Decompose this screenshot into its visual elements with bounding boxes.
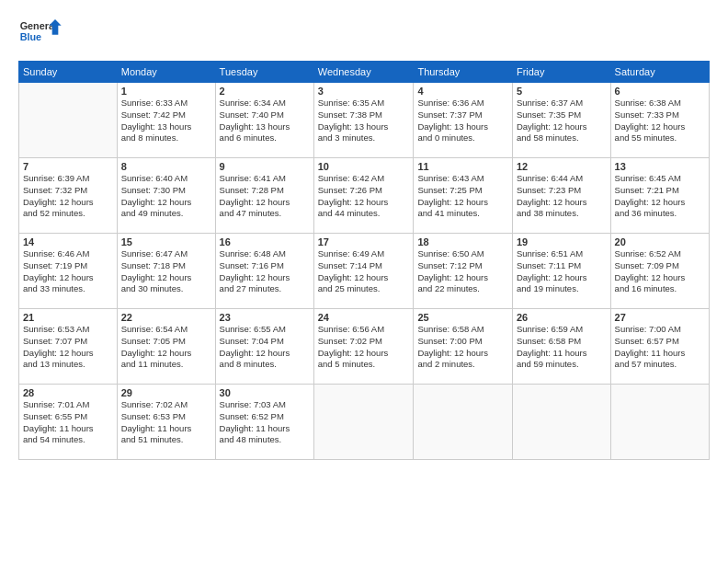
- calendar-cell: 29Sunrise: 7:02 AMSunset: 6:53 PMDayligh…: [117, 385, 215, 460]
- day-info: Sunrise: 6:43 AMSunset: 7:25 PMDaylight:…: [417, 173, 508, 220]
- calendar-cell: 10Sunrise: 6:42 AMSunset: 7:26 PMDayligh…: [313, 158, 414, 234]
- calendar-cell: 23Sunrise: 6:55 AMSunset: 7:04 PMDayligh…: [215, 309, 313, 385]
- svg-text:Blue: Blue: [20, 31, 41, 42]
- day-number: 12: [517, 161, 607, 172]
- calendar-cell: [512, 385, 610, 460]
- day-number: 5: [517, 86, 607, 97]
- calendar-cell: 28Sunrise: 7:01 AMSunset: 6:55 PMDayligh…: [19, 385, 118, 460]
- day-info: Sunrise: 6:48 AMSunset: 7:16 PMDaylight:…: [220, 248, 310, 295]
- header-thursday: Thursday: [414, 62, 513, 83]
- day-number: 25: [417, 312, 508, 323]
- day-number: 18: [417, 236, 508, 247]
- day-info: Sunrise: 6:54 AMSunset: 7:05 PMDaylight:…: [121, 324, 211, 371]
- day-number: 17: [318, 236, 410, 247]
- day-number: 20: [615, 236, 705, 247]
- day-number: 4: [417, 86, 508, 97]
- header-tuesday: Tuesday: [215, 62, 313, 83]
- day-number: 23: [220, 312, 310, 323]
- day-info: Sunrise: 6:40 AMSunset: 7:30 PMDaylight:…: [121, 173, 211, 220]
- calendar-cell: 1Sunrise: 6:33 AMSunset: 7:42 PMDaylight…: [117, 83, 215, 158]
- calendar-cell: 26Sunrise: 6:59 AMSunset: 6:58 PMDayligh…: [512, 309, 610, 385]
- calendar-cell: 6Sunrise: 6:38 AMSunset: 7:33 PMDaylight…: [610, 83, 709, 158]
- day-number: 28: [23, 387, 113, 398]
- day-number: 27: [615, 312, 705, 323]
- day-info: Sunrise: 6:51 AMSunset: 7:11 PMDaylight:…: [517, 248, 607, 295]
- header-saturday: Saturday: [610, 62, 709, 83]
- day-info: Sunrise: 6:53 AMSunset: 7:07 PMDaylight:…: [23, 324, 113, 371]
- calendar-cell: 8Sunrise: 6:40 AMSunset: 7:30 PMDaylight…: [117, 158, 215, 234]
- day-number: 9: [220, 161, 310, 172]
- day-info: Sunrise: 6:49 AMSunset: 7:14 PMDaylight:…: [318, 248, 410, 295]
- calendar-cell: 25Sunrise: 6:58 AMSunset: 7:00 PMDayligh…: [414, 309, 513, 385]
- calendar-cell: [610, 385, 709, 460]
- calendar-cell: 18Sunrise: 6:50 AMSunset: 7:12 PMDayligh…: [414, 234, 513, 309]
- day-number: 15: [121, 236, 211, 247]
- day-info: Sunrise: 6:36 AMSunset: 7:37 PMDaylight:…: [417, 98, 508, 144]
- day-number: 6: [615, 86, 705, 97]
- calendar-cell: 21Sunrise: 6:53 AMSunset: 7:07 PMDayligh…: [19, 309, 118, 385]
- calendar-cell: 2Sunrise: 6:34 AMSunset: 7:40 PMDaylight…: [215, 83, 313, 158]
- day-info: Sunrise: 6:52 AMSunset: 7:09 PMDaylight:…: [615, 248, 705, 295]
- calendar-cell: 4Sunrise: 6:36 AMSunset: 7:37 PMDaylight…: [414, 83, 513, 158]
- week-row-5: 28Sunrise: 7:01 AMSunset: 6:55 PMDayligh…: [19, 385, 710, 460]
- day-info: Sunrise: 6:44 AMSunset: 7:23 PMDaylight:…: [517, 173, 607, 220]
- day-info: Sunrise: 7:02 AMSunset: 6:53 PMDaylight:…: [121, 399, 211, 446]
- page: General Blue SundayMondayTuesdayWednesda…: [0, 0, 728, 563]
- day-number: 1: [121, 86, 211, 97]
- day-info: Sunrise: 7:03 AMSunset: 6:52 PMDaylight:…: [220, 399, 310, 446]
- day-number: 7: [23, 161, 113, 172]
- week-row-1: 1Sunrise: 6:33 AMSunset: 7:42 PMDaylight…: [19, 83, 710, 158]
- day-number: 8: [121, 161, 211, 172]
- calendar-cell: 27Sunrise: 7:00 AMSunset: 6:57 PMDayligh…: [610, 309, 709, 385]
- day-info: Sunrise: 7:01 AMSunset: 6:55 PMDaylight:…: [23, 399, 113, 446]
- calendar-cell: 24Sunrise: 6:56 AMSunset: 7:02 PMDayligh…: [313, 309, 414, 385]
- calendar-cell: 30Sunrise: 7:03 AMSunset: 6:52 PMDayligh…: [215, 385, 313, 460]
- day-number: 19: [517, 236, 607, 247]
- calendar-cell: [313, 385, 414, 460]
- svg-text:General: General: [20, 20, 57, 31]
- header-friday: Friday: [512, 62, 610, 83]
- calendar-cell: 16Sunrise: 6:48 AMSunset: 7:16 PMDayligh…: [215, 234, 313, 309]
- day-info: Sunrise: 7:00 AMSunset: 6:57 PMDaylight:…: [615, 324, 705, 371]
- day-info: Sunrise: 6:37 AMSunset: 7:35 PMDaylight:…: [517, 98, 607, 144]
- calendar-cell: 15Sunrise: 6:47 AMSunset: 7:18 PMDayligh…: [117, 234, 215, 309]
- day-info: Sunrise: 6:45 AMSunset: 7:21 PMDaylight:…: [615, 173, 705, 220]
- logo: General Blue: [18, 15, 64, 52]
- day-info: Sunrise: 6:35 AMSunset: 7:38 PMDaylight:…: [318, 98, 410, 144]
- day-info: Sunrise: 6:46 AMSunset: 7:19 PMDaylight:…: [23, 248, 113, 295]
- calendar-cell: 22Sunrise: 6:54 AMSunset: 7:05 PMDayligh…: [117, 309, 215, 385]
- day-number: 24: [318, 312, 410, 323]
- day-info: Sunrise: 6:34 AMSunset: 7:40 PMDaylight:…: [220, 98, 310, 144]
- day-info: Sunrise: 6:47 AMSunset: 7:18 PMDaylight:…: [121, 248, 211, 295]
- day-info: Sunrise: 6:38 AMSunset: 7:33 PMDaylight:…: [615, 98, 705, 144]
- day-number: 30: [220, 387, 310, 398]
- day-info: Sunrise: 6:59 AMSunset: 6:58 PMDaylight:…: [517, 324, 607, 371]
- header-monday: Monday: [117, 62, 215, 83]
- week-row-3: 14Sunrise: 6:46 AMSunset: 7:19 PMDayligh…: [19, 234, 710, 309]
- header: General Blue: [18, 15, 710, 52]
- day-info: Sunrise: 6:50 AMSunset: 7:12 PMDaylight:…: [417, 248, 508, 295]
- day-info: Sunrise: 6:58 AMSunset: 7:00 PMDaylight:…: [417, 324, 508, 371]
- day-info: Sunrise: 6:39 AMSunset: 7:32 PMDaylight:…: [23, 173, 113, 220]
- day-info: Sunrise: 6:42 AMSunset: 7:26 PMDaylight:…: [318, 173, 410, 220]
- calendar-cell: 17Sunrise: 6:49 AMSunset: 7:14 PMDayligh…: [313, 234, 414, 309]
- week-row-4: 21Sunrise: 6:53 AMSunset: 7:07 PMDayligh…: [19, 309, 710, 385]
- calendar-header-row: SundayMondayTuesdayWednesdayThursdayFrid…: [19, 62, 710, 83]
- day-number: 14: [23, 236, 113, 247]
- calendar-cell: 19Sunrise: 6:51 AMSunset: 7:11 PMDayligh…: [512, 234, 610, 309]
- day-info: Sunrise: 6:56 AMSunset: 7:02 PMDaylight:…: [318, 324, 410, 371]
- day-number: 16: [220, 236, 310, 247]
- calendar-table: SundayMondayTuesdayWednesdayThursdayFrid…: [18, 61, 710, 460]
- calendar-cell: 14Sunrise: 6:46 AMSunset: 7:19 PMDayligh…: [19, 234, 118, 309]
- day-number: 11: [417, 161, 508, 172]
- day-number: 13: [615, 161, 705, 172]
- week-row-2: 7Sunrise: 6:39 AMSunset: 7:32 PMDaylight…: [19, 158, 710, 234]
- calendar-cell: 20Sunrise: 6:52 AMSunset: 7:09 PMDayligh…: [610, 234, 709, 309]
- day-number: 29: [121, 387, 211, 398]
- calendar-cell: 5Sunrise: 6:37 AMSunset: 7:35 PMDaylight…: [512, 83, 610, 158]
- calendar-cell: 13Sunrise: 6:45 AMSunset: 7:21 PMDayligh…: [610, 158, 709, 234]
- day-number: 3: [318, 86, 410, 97]
- calendar-cell: [19, 83, 118, 158]
- calendar-cell: 7Sunrise: 6:39 AMSunset: 7:32 PMDaylight…: [19, 158, 118, 234]
- day-info: Sunrise: 6:41 AMSunset: 7:28 PMDaylight:…: [220, 173, 310, 220]
